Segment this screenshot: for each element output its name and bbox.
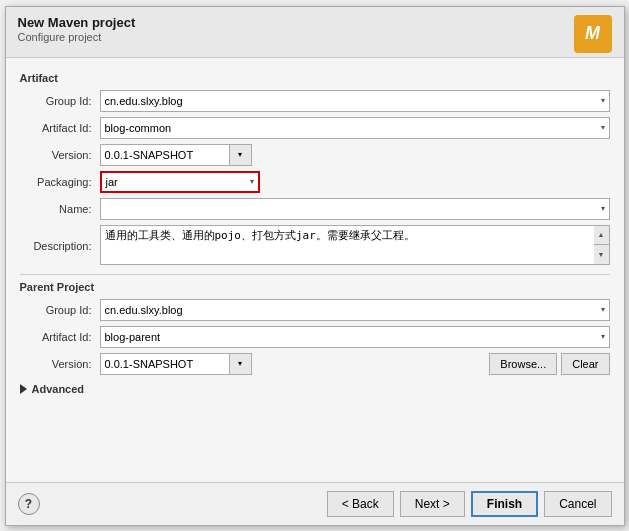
artifact-id-arrow-icon: ▾ — [601, 123, 605, 132]
parent-version-combo-wrapper: ▾ — [100, 353, 252, 375]
packaging-value: jar — [106, 176, 118, 188]
new-maven-project-dialog: New Maven project Configure project M Ar… — [5, 6, 625, 526]
name-arrow-icon: ▾ — [601, 204, 605, 213]
parent-version-label: Version: — [20, 358, 100, 370]
advanced-label: Advanced — [32, 383, 85, 395]
parent-version-extra: ▾ Browse... Clear — [100, 353, 610, 375]
cancel-button[interactable]: Cancel — [544, 491, 611, 517]
dialog-subtitle: Configure project — [18, 31, 136, 43]
description-field: 通用的工具类、通用的pojo、打包方式jar。需要继承父工程。 ▲ ▼ — [100, 225, 610, 268]
packaging-combo[interactable]: jar ▾ — [100, 171, 260, 193]
version-dropdown-btn[interactable]: ▾ — [230, 144, 252, 166]
artifact-id-row: Artifact Id: blog-common ▾ — [20, 117, 610, 139]
packaging-field: jar ▾ — [100, 171, 260, 193]
parent-artifact-id-label: Artifact Id: — [20, 331, 100, 343]
parent-group-id-value: cn.edu.slxy.blog — [105, 304, 183, 316]
separator — [20, 274, 610, 275]
parent-version-dropdown-btn[interactable]: ▾ — [230, 353, 252, 375]
description-textarea[interactable]: 通用的工具类、通用的pojo、打包方式jar。需要继承父工程。 — [100, 225, 610, 265]
group-id-combo[interactable]: cn.edu.slxy.blog ▾ — [100, 90, 610, 112]
description-row: Description: 通用的工具类、通用的pojo、打包方式jar。需要继承… — [20, 225, 610, 268]
maven-icon: M — [574, 15, 612, 53]
version-row: Version: ▾ — [20, 144, 610, 166]
parent-group-id-label: Group Id: — [20, 304, 100, 316]
parent-group-id-arrow-icon: ▾ — [601, 305, 605, 314]
parent-version-row: Version: ▾ Browse... Clear — [20, 353, 610, 375]
parent-artifact-id-value: blog-parent — [105, 331, 161, 343]
version-input[interactable] — [100, 144, 230, 166]
group-id-value: cn.edu.slxy.blog — [105, 95, 183, 107]
group-id-arrow-icon: ▾ — [601, 96, 605, 105]
parent-group-id-row: Group Id: cn.edu.slxy.blog ▾ — [20, 299, 610, 321]
parent-artifact-id-arrow-icon: ▾ — [601, 332, 605, 341]
dialog-title-block: New Maven project Configure project — [18, 15, 136, 43]
name-field: ▾ — [100, 198, 610, 220]
artifact-id-label: Artifact Id: — [20, 122, 100, 134]
next-button[interactable]: Next > — [400, 491, 465, 517]
packaging-row: Packaging: jar ▾ — [20, 171, 610, 193]
group-id-field: cn.edu.slxy.blog ▾ — [100, 90, 610, 112]
packaging-arrow-icon: ▾ — [250, 177, 254, 186]
artifact-section-label: Artifact — [20, 72, 610, 84]
packaging-label: Packaging: — [20, 176, 100, 188]
version-label: Version: — [20, 149, 100, 161]
parent-group-id-field: cn.edu.slxy.blog ▾ — [100, 299, 610, 321]
parent-version-input[interactable] — [100, 353, 230, 375]
finish-button[interactable]: Finish — [471, 491, 538, 517]
browse-button[interactable]: Browse... — [489, 353, 557, 375]
description-label: Description: — [20, 240, 100, 252]
version-combo-wrapper: ▾ — [100, 144, 610, 166]
name-combo[interactable]: ▾ — [100, 198, 610, 220]
advanced-row[interactable]: Advanced — [20, 383, 610, 395]
artifact-id-value: blog-common — [105, 122, 172, 134]
name-label: Name: — [20, 203, 100, 215]
advanced-triangle-icon — [20, 384, 27, 394]
parent-artifact-id-field: blog-parent ▾ — [100, 326, 610, 348]
clear-button[interactable]: Clear — [561, 353, 609, 375]
parent-version-arrow-icon: ▾ — [238, 359, 242, 368]
description-spin-up[interactable]: ▲ — [594, 226, 609, 246]
version-field: ▾ — [100, 144, 610, 166]
artifact-id-field: blog-common ▾ — [100, 117, 610, 139]
dialog-title: New Maven project — [18, 15, 136, 30]
dialog-body: Artifact Group Id: cn.edu.slxy.blog ▾ Ar… — [6, 58, 624, 482]
description-spin-down[interactable]: ▼ — [594, 245, 609, 264]
name-row: Name: ▾ — [20, 198, 610, 220]
footer-left: ? — [18, 493, 40, 515]
parent-artifact-id-row: Artifact Id: blog-parent ▾ — [20, 326, 610, 348]
back-button[interactable]: < Back — [327, 491, 394, 517]
parent-section-label: Parent Project — [20, 281, 610, 293]
parent-artifact-id-combo[interactable]: blog-parent ▾ — [100, 326, 610, 348]
dialog-header: New Maven project Configure project M — [6, 7, 624, 58]
description-spinner: ▲ ▼ — [594, 225, 610, 265]
footer-right: < Back Next > Finish Cancel — [327, 491, 612, 517]
group-id-label: Group Id: — [20, 95, 100, 107]
artifact-id-combo[interactable]: blog-common ▾ — [100, 117, 610, 139]
dialog-footer: ? < Back Next > Finish Cancel — [6, 482, 624, 525]
version-arrow-icon: ▾ — [238, 150, 242, 159]
help-button[interactable]: ? — [18, 493, 40, 515]
group-id-row: Group Id: cn.edu.slxy.blog ▾ — [20, 90, 610, 112]
parent-group-id-combo[interactable]: cn.edu.slxy.blog ▾ — [100, 299, 610, 321]
